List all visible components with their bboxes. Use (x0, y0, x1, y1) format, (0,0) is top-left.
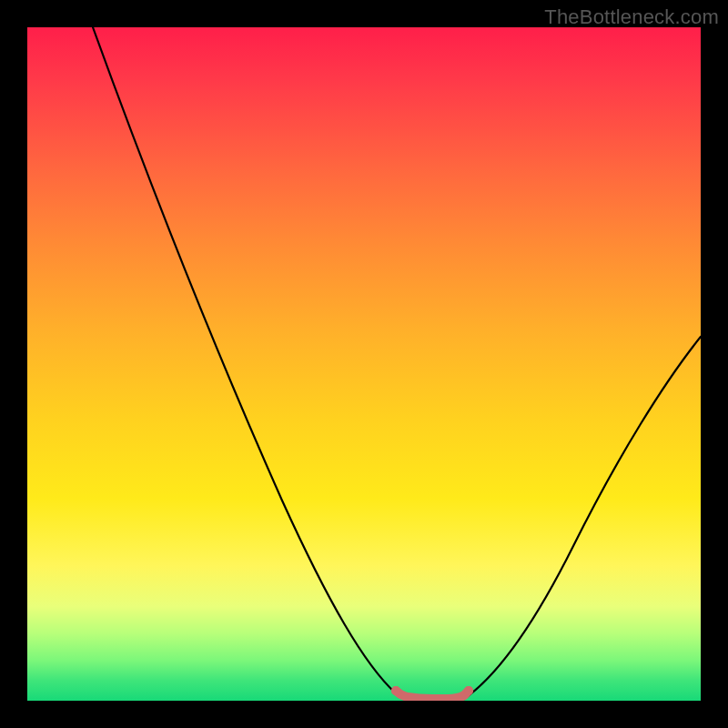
optimal-zone-marker (396, 691, 469, 699)
curve-layer (27, 27, 701, 701)
right-curve (464, 337, 701, 699)
chart-frame: TheBottleneck.com (0, 0, 728, 728)
plot-area (27, 27, 701, 701)
marker-right-dot-icon (464, 686, 473, 695)
watermark-label: TheBottleneck.com (544, 5, 719, 29)
left-curve (93, 27, 404, 699)
marker-left-dot-icon (391, 686, 400, 695)
